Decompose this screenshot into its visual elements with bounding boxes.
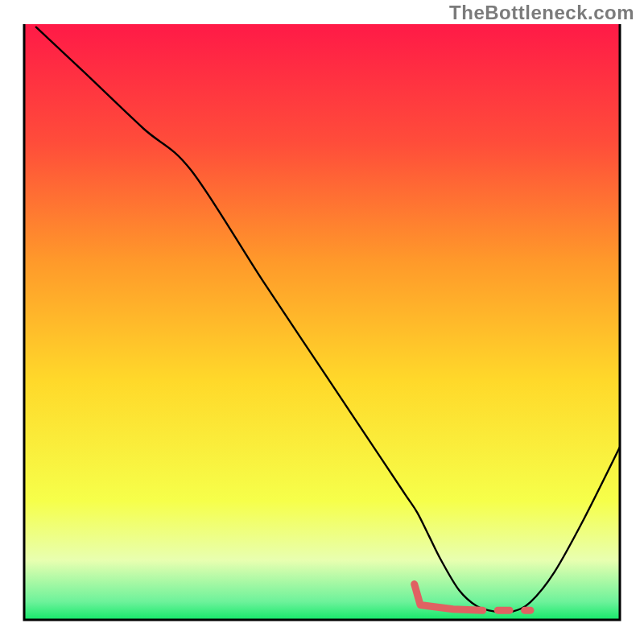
watermark-label: TheBottleneck.com [449,2,634,24]
chart-frame: { "watermark": "TheBottleneck.com", "cha… [0,0,644,644]
bottleneck-chart [0,0,644,644]
gradient-background [24,24,620,620]
